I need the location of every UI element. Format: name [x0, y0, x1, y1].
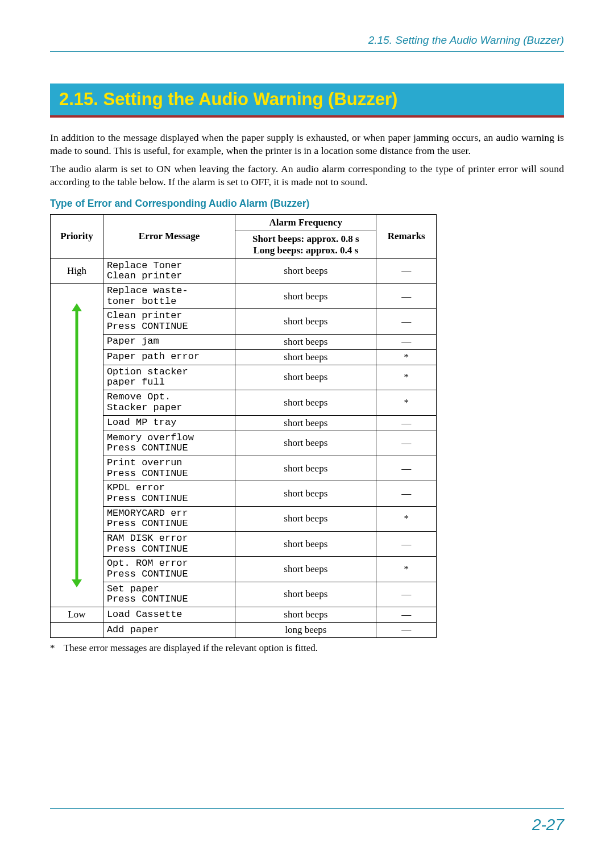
table-row: KPDL error Press CONTINUEshort beeps— — [51, 481, 437, 506]
cell-error-message: Memory overflow Press CONTINUE — [103, 431, 235, 456]
table-row: Paper jamshort beeps— — [51, 334, 437, 349]
cell-remark: — — [376, 623, 437, 638]
cell-remark: — — [376, 607, 437, 623]
cell-alarm: short beeps — [235, 481, 376, 506]
cell-alarm: short beeps — [235, 284, 376, 309]
cell-error-message: Opt. ROM error Press CONTINUE — [103, 557, 235, 582]
cell-alarm: short beeps — [235, 607, 376, 623]
cell-remark: — — [376, 481, 437, 506]
cell-error-message: Remove Opt. Stacker paper — [103, 390, 235, 415]
priority-arrow-icon — [73, 303, 81, 587]
cell-alarm: short beeps — [235, 258, 376, 283]
cell-remark: * — [376, 390, 437, 415]
cell-alarm: short beeps — [235, 532, 376, 557]
cell-error-message: Clean printer Press CONTINUE — [103, 309, 235, 334]
cell-error-message: Add paper — [103, 623, 235, 638]
table-row: Print overrun Press CONTINUEshort beeps— — [51, 456, 437, 481]
th-priority: Priority — [51, 214, 103, 258]
cell-alarm: short beeps — [235, 349, 376, 365]
cell-remark: * — [376, 557, 437, 582]
th-remarks: Remarks — [376, 214, 437, 258]
cell-remark: * — [376, 506, 437, 531]
cell-error-message: Set paper Press CONTINUE — [103, 582, 235, 607]
priority-empty — [51, 623, 103, 638]
cell-error-message: RAM DISK error Press CONTINUE — [103, 532, 235, 557]
cell-error-message: KPDL error Press CONTINUE — [103, 481, 235, 506]
cell-alarm: short beeps — [235, 557, 376, 582]
cell-remark: * — [376, 365, 437, 390]
cell-error-message: Paper jam — [103, 334, 235, 349]
section-title: 2.15. Setting the Audio Warning (Buzzer) — [59, 89, 555, 110]
cell-alarm: short beeps — [235, 365, 376, 390]
table-subhead: Type of Error and Corresponding Audio Al… — [50, 198, 564, 210]
priority-arrow-cell — [51, 284, 103, 607]
table-row: LowLoad Cassetteshort beeps— — [51, 607, 437, 623]
footnote: * These error messages are displayed if … — [50, 642, 564, 654]
table-row: Memory overflow Press CONTINUEshort beep… — [51, 431, 437, 456]
cell-alarm: short beeps — [235, 506, 376, 531]
cell-remark: — — [376, 431, 437, 456]
running-head: 2.15. Setting the Audio Warning (Buzzer) — [50, 34, 564, 47]
cell-error-message: Replace Toner Clean printer — [103, 258, 235, 283]
cell-error-message: Print overrun Press CONTINUE — [103, 456, 235, 481]
cell-alarm: short beeps — [235, 431, 376, 456]
cell-remark: — — [376, 582, 437, 607]
cell-error-message: Option stacker paper full — [103, 365, 235, 390]
cell-error-message: Load Cassette — [103, 607, 235, 623]
cell-alarm: short beeps — [235, 334, 376, 349]
cell-error-message: Replace waste- toner bottle — [103, 284, 235, 309]
table-row: Load MP trayshort beeps— — [51, 415, 437, 431]
table-row: MEMORYCARD err Press CONTINUEshort beeps… — [51, 506, 437, 531]
cell-alarm: short beeps — [235, 390, 376, 415]
cell-error-message: Load MP tray — [103, 415, 235, 431]
table-row: Clean printer Press CONTINUEshort beeps— — [51, 309, 437, 334]
section-title-bar: 2.15. Setting the Audio Warning (Buzzer) — [50, 84, 564, 115]
bottom-rule — [50, 808, 564, 809]
cell-alarm: short beeps — [235, 456, 376, 481]
table-row: Add paperlong beeps— — [51, 623, 437, 638]
cell-alarm: long beeps — [235, 623, 376, 638]
th-alarm-frequency: Alarm Frequency — [235, 214, 376, 231]
intro-paragraph-2: The audio alarm is set to ON when leavin… — [50, 162, 564, 188]
cell-remark: — — [376, 258, 437, 283]
cell-remark: — — [376, 334, 437, 349]
th-alarm-sub: Short beeps: approx. 0.8 s Long beeps: a… — [235, 231, 376, 258]
cell-alarm: short beeps — [235, 309, 376, 334]
cell-remark: * — [376, 349, 437, 365]
cell-remark: — — [376, 309, 437, 334]
footnote-text: These error messages are displayed if th… — [64, 642, 318, 653]
cell-remark: — — [376, 284, 437, 309]
cell-remark: — — [376, 532, 437, 557]
cell-remark: — — [376, 415, 437, 431]
table-row: Set paper Press CONTINUEshort beeps— — [51, 582, 437, 607]
cell-alarm: short beeps — [235, 415, 376, 431]
table-row: Opt. ROM error Press CONTINUEshort beeps… — [51, 557, 437, 582]
table-row: RAM DISK error Press CONTINUEshort beeps… — [51, 532, 437, 557]
error-alarm-table: Priority Error Message Alarm Frequency R… — [50, 214, 437, 639]
section-underline — [50, 115, 564, 118]
priority-low: Low — [51, 607, 103, 623]
table-row: Paper path errorshort beeps* — [51, 349, 437, 365]
table-row: Option stacker paper fullshort beeps* — [51, 365, 437, 390]
footnote-mark: * — [50, 642, 61, 654]
table-row: HighReplace Toner Clean printershort bee… — [51, 258, 437, 283]
table-row: Replace waste- toner bottleshort beeps— — [51, 284, 437, 309]
intro-paragraph-1: In addition to the message displayed whe… — [50, 131, 564, 157]
page-number: 2-27 — [532, 816, 564, 834]
top-rule — [50, 51, 564, 52]
priority-high: High — [51, 258, 103, 283]
table-row: Remove Opt. Stacker papershort beeps* — [51, 390, 437, 415]
th-error-message: Error Message — [103, 214, 235, 258]
cell-error-message: MEMORYCARD err Press CONTINUE — [103, 506, 235, 531]
cell-error-message: Paper path error — [103, 349, 235, 365]
cell-remark: — — [376, 456, 437, 481]
cell-alarm: short beeps — [235, 582, 376, 607]
